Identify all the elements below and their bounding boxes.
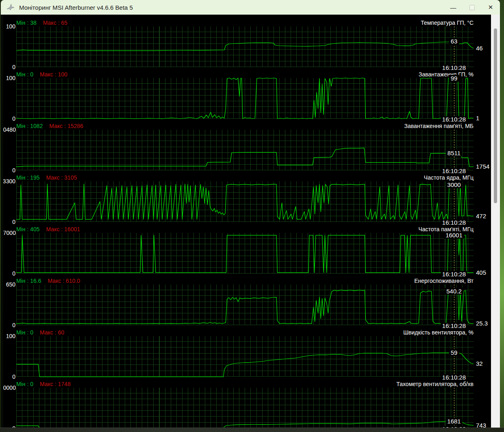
y-axis-zero-label: 0: [3, 167, 15, 174]
graph-line: [16, 235, 474, 273]
afterburner-monitor-window: Моніторинг MSI Afterburner v4.6.6 Beta 5…: [1, 0, 500, 428]
y-axis-zero-label: 0: [3, 219, 15, 225]
minimize-button[interactable]: —: [444, 0, 463, 15]
y-axis-max-label: 20480: [3, 126, 15, 133]
window-title: Моніторинг MSI Afterburner v4.6.6 Beta 5: [19, 4, 133, 11]
graph-panels-container: Мін : 38Макс : 65Температура ГП, °C10006…: [3, 15, 491, 428]
graph-plot-area[interactable]: [16, 78, 474, 119]
graph-title: Швидкість вентилятора, %: [403, 329, 474, 336]
current-value-label: 25.3: [476, 320, 488, 327]
graph-line: [16, 41, 474, 51]
panel-memory-clock: Мін : 405Макс : 16001Частота пам'яті, МГ…: [3, 226, 491, 277]
cursor-value-label: 540.2: [445, 288, 463, 295]
current-value-label: 1754: [476, 163, 489, 170]
cursor-timestamp: 16:10:28: [441, 219, 467, 226]
max-value-label: Макс : 1748: [40, 381, 71, 387]
cursor-value-label: 99: [449, 75, 459, 82]
panel-core-clock: Мін : 195Макс : 3105Частота ядра, МГц330…: [3, 174, 491, 226]
desktop-wallpaper-strip: [500, 0, 504, 432]
cursor-timestamp: 16:10:28: [441, 271, 467, 278]
max-value-label: Макс : 65: [43, 20, 67, 26]
cursor-value-label: 1681: [445, 418, 462, 425]
panel-gpu-temperature: Мін : 38Макс : 65Температура ГП, °C10006…: [3, 19, 491, 71]
graph-title: Завантаження пам'яті, МБ: [404, 123, 474, 129]
graph-plot-area[interactable]: [16, 284, 474, 325]
graph-line: [16, 353, 474, 377]
close-button[interactable]: ✕: [481, 0, 500, 15]
cursor-timestamp: 16:10:28: [441, 323, 467, 329]
max-value-label: Макс : 100: [40, 71, 67, 78]
title-bar[interactable]: Моніторинг MSI Afterburner v4.6.6 Beta 5…: [1, 0, 500, 15]
min-value-label: Мін : 1082: [16, 123, 43, 129]
min-value-label: Мін : 0: [16, 329, 33, 336]
y-axis-zero-label: 0: [3, 373, 15, 380]
y-axis-max-label: 3300: [3, 178, 15, 185]
y-axis-max-label: 100: [3, 75, 15, 81]
max-value-label: Макс : 610.0: [48, 278, 80, 284]
y-axis-max-label: 10000: [3, 384, 15, 391]
graph-plot-area[interactable]: [16, 130, 474, 170]
graph-title: Енергоспоживання, Вт: [414, 278, 474, 284]
vertical-scrollbar[interactable]: [491, 15, 500, 428]
max-value-label: Макс : 3105: [46, 174, 77, 181]
y-axis-max-label: 100: [3, 333, 15, 339]
current-value-label: 1: [476, 115, 479, 122]
graph-title: Частота ядра, МГц: [424, 174, 474, 181]
maximize-icon: [469, 5, 475, 10]
monitor-graphs-area: Мін : 38Макс : 65Температура ГП, °C10006…: [3, 15, 491, 428]
afterburner-jet-icon: [6, 3, 15, 12]
window-controls: — ✕: [444, 0, 500, 15]
y-axis-max-label: 650: [3, 281, 15, 288]
cursor-value-label: 3000: [445, 181, 462, 188]
graph-title: Температура ГП, °C: [421, 20, 474, 26]
scrollbar-thumb[interactable]: [494, 28, 497, 203]
graph-line: [16, 148, 474, 167]
graph-line: [16, 184, 474, 219]
minmax-stats: Мін : 195Макс : 3105: [16, 174, 77, 181]
cursor-value-label: 16001: [444, 232, 464, 239]
minmax-stats: Мін : 405Макс : 16001: [16, 226, 80, 232]
panel-gpu-usage: Мін : 0Макс : 100Завантаження ГП, %10009…: [3, 71, 491, 122]
min-value-label: Мін : 16.6: [16, 278, 41, 284]
min-value-label: Мін : 0: [16, 381, 33, 387]
y-axis-zero-label: 0: [3, 322, 15, 328]
max-value-label: Макс : 15286: [49, 123, 83, 129]
y-axis-zero-label: 0: [3, 115, 15, 122]
cursor-timestamp: 16:10:28: [441, 65, 467, 71]
min-value-label: Мін : 0: [16, 71, 33, 78]
cursor-crosshair-line: [454, 26, 454, 67]
cursor-timestamp: 16:10:28: [441, 374, 467, 381]
graph-title: Тахометр вентилятора, об/хв: [396, 381, 474, 387]
cursor-value-label: 63: [449, 38, 459, 45]
panel-power: Мін : 16.6Макс : 610.0Енергоспоживання, …: [3, 277, 491, 329]
graph-plot-area[interactable]: [16, 388, 474, 428]
graph-line: [16, 290, 474, 324]
panel-memory-usage: Мін : 1082Макс : 15286Завантаження пам'я…: [3, 122, 491, 174]
maximize-button[interactable]: [463, 0, 481, 15]
cursor-value-label: 8511: [446, 150, 462, 156]
min-value-label: Мін : 405: [16, 226, 40, 232]
cursor-timestamp: 16:10:28: [441, 168, 467, 174]
graph-plot-area[interactable]: [16, 181, 474, 222]
y-axis-zero-label: 0: [3, 270, 15, 277]
taskbar-edge: [0, 428, 504, 432]
minmax-stats: Мін : 38Макс : 65: [16, 20, 67, 26]
cursor-crosshair-line: [454, 336, 454, 377]
min-value-label: Мін : 38: [16, 20, 37, 26]
min-value-label: Мін : 195: [16, 174, 40, 181]
y-axis-max-label: 17000: [3, 230, 15, 236]
graph-line: [16, 421, 474, 428]
minmax-stats: Мін : 1082Макс : 15286: [16, 123, 83, 129]
minmax-stats: Мін : 0Макс : 100: [16, 71, 67, 78]
minmax-stats: Мін : 0Макс : 60: [16, 329, 64, 336]
graph-plot-area[interactable]: [16, 336, 474, 377]
current-value-label: 743: [476, 422, 486, 428]
graph-plot-area[interactable]: [16, 233, 474, 274]
graph-plot-area[interactable]: [16, 26, 474, 67]
cursor-timestamp: 16:10:28: [441, 116, 467, 123]
y-axis-zero-label: 0: [3, 64, 15, 70]
current-value-label: 405: [476, 269, 486, 276]
cursor-crosshair-line: [454, 78, 454, 119]
y-axis-max-label: 100: [3, 23, 15, 30]
graph-title: Завантаження ГП, %: [419, 71, 474, 78]
